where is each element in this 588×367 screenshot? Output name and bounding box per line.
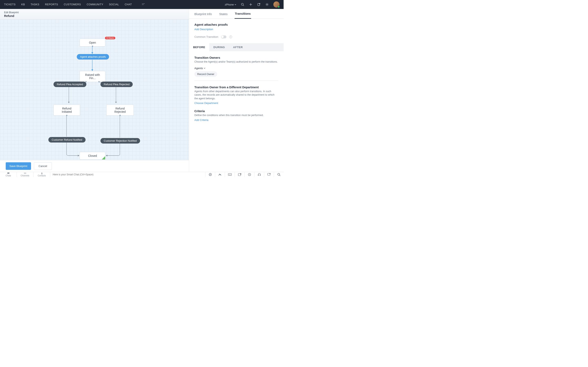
common-transition-label: Common Transition (194, 35, 218, 38)
nav-reports[interactable]: REPORTS (45, 3, 58, 6)
right-panel: Blueprint Info States Transitions Agent … (189, 9, 284, 172)
panel-title: Agent attaches proofs (194, 23, 278, 26)
transition-plea-accepted-label: Refund Plea Accepted (57, 83, 83, 86)
left-pane: Edit Blueprint Refund 6 Hours (0, 9, 189, 172)
clock-icon[interactable] (244, 172, 254, 177)
subtab-during[interactable]: DURING (209, 43, 229, 51)
common-transition-toggle[interactable] (221, 35, 226, 38)
bottom-left: Chats Channels Contacts (0, 172, 50, 177)
search-icon[interactable] (241, 3, 244, 6)
transition-plea-rejected[interactable]: Refund Plea Rejected (100, 82, 133, 87)
bottom-bar: Chats Channels Contacts (0, 172, 284, 177)
chevron-down-icon (234, 4, 236, 5)
owner-chip[interactable]: Record Owner (194, 71, 217, 77)
chat-icon (7, 172, 9, 174)
panel-tabs: Blueprint Info States Transitions (189, 9, 284, 19)
choose-department-link[interactable]: Choose Department (194, 101, 218, 105)
nav-tickets[interactable]: TICKETS (4, 3, 16, 6)
status-icon[interactable] (205, 172, 215, 177)
app-switcher[interactable]: zPhone (225, 3, 236, 6)
bb-chats[interactable]: Chats (0, 172, 17, 177)
nav-customers[interactable]: CUSTOMERS (64, 3, 81, 6)
state-refund-initiated[interactable]: Refund Initiated (53, 105, 80, 116)
edit-header: Edit Blueprint Refund (0, 9, 189, 19)
nav-more-icon[interactable] (142, 3, 145, 6)
nav-social[interactable]: SOCIAL (109, 3, 119, 6)
svg-point-14 (25, 173, 26, 173)
keyboard-icon[interactable] (225, 172, 234, 177)
bb-contacts-label: Contacts (38, 175, 46, 177)
smart-chat-input[interactable] (50, 172, 205, 177)
cancel-button[interactable]: Cancel (34, 162, 52, 170)
section-owners: Transition Owners Choose the Agent(s) an… (194, 56, 278, 81)
dept-title: Transition Owner from a Different Depart… (194, 86, 278, 89)
gear-icon[interactable] (265, 3, 269, 6)
criteria-title: Criteria (194, 109, 278, 113)
tab-transitions[interactable]: Transitions (234, 12, 251, 19)
svg-rect-23 (238, 174, 241, 176)
bb-chats-label: Chats (6, 175, 11, 177)
bb-channels[interactable]: Channels (17, 172, 34, 177)
svg-line-3 (243, 5, 244, 6)
state-refund-rejected-label: Refund Rejected (114, 107, 126, 113)
bb-channels-label: Channels (21, 175, 29, 177)
state-refund-rejected[interactable]: Refund Rejected (106, 105, 134, 116)
state-open-label: Open (89, 41, 96, 44)
transition-rejection-notified[interactable]: Customer Rejection Notified (100, 138, 140, 143)
state-raised[interactable]: Raised with Fin... (80, 71, 105, 82)
state-raised-label: Raised with Fin... (85, 73, 100, 80)
app-label: zPhone (225, 3, 234, 6)
subtab-before[interactable]: BEFORE (189, 43, 209, 51)
notification-icon[interactable] (257, 3, 261, 6)
zia-icon[interactable] (215, 172, 225, 177)
divider (194, 81, 278, 81)
launch-icon[interactable] (264, 172, 274, 177)
owners-desc: Choose the Agent(s) and/or Team(s) autho… (194, 60, 278, 64)
common-transition-row: Common Transition i (194, 35, 278, 38)
main: Edit Blueprint Refund 6 Hours (0, 9, 284, 172)
owners-title: Transition Owners (194, 56, 278, 59)
transition-refund-notified[interactable]: Customer Refund Notified (48, 137, 86, 142)
tab-blueprint-info[interactable]: Blueprint Info (194, 12, 212, 18)
state-closed-label: Closed (88, 154, 97, 157)
svg-rect-17 (228, 174, 232, 175)
transition-agent-attaches-label: Agent attaches proofs (80, 55, 106, 58)
closed-corner-icon (102, 156, 105, 159)
info-icon[interactable]: i (229, 35, 232, 38)
svg-point-2 (241, 3, 243, 5)
nav-chat[interactable]: CHAT (125, 3, 132, 6)
transition-plea-accepted[interactable]: Refund Plea Accepted (53, 82, 86, 87)
nav-right: zPhone (225, 1, 279, 8)
transition-agent-attaches[interactable]: Agent attaches proofs (77, 54, 109, 59)
save-button[interactable]: Save Blueprint (6, 162, 31, 170)
nav-community[interactable]: COMMUNITY (86, 3, 103, 6)
canvas-footer: Save Blueprint Cancel (0, 160, 189, 172)
svg-point-29 (278, 173, 280, 175)
add-criteria-link[interactable]: Add Criteria (194, 118, 208, 122)
headset-icon[interactable] (254, 172, 264, 177)
nav-tasks[interactable]: TASKS (31, 3, 39, 6)
add-icon[interactable] (249, 3, 252, 6)
avatar[interactable] (273, 1, 279, 8)
blueprint-canvas[interactable]: 6 Hours Open Agent attaches proofs Raise… (0, 19, 189, 172)
contacts-icon (41, 172, 43, 174)
subtab-after[interactable]: AFTER (229, 43, 247, 51)
top-navbar: TICKETS KB TASKS REPORTS CUSTOMERS COMMU… (0, 0, 284, 9)
transition-refund-notified-label: Customer Refund Notified (52, 138, 82, 141)
svg-line-30 (279, 175, 280, 176)
agents-dropdown[interactable]: Agents (194, 67, 278, 70)
section-criteria: Criteria Define the conditions when this… (194, 109, 278, 122)
add-description-link[interactable]: Add Description (194, 28, 213, 31)
bb-contacts[interactable]: Contacts (34, 172, 50, 177)
calendar-icon[interactable] (234, 172, 244, 177)
nav-kb[interactable]: KB (21, 3, 25, 6)
state-closed[interactable]: Closed (80, 152, 105, 160)
dept-desc: Agents from other departments can also p… (194, 90, 278, 100)
nav-items: TICKETS KB TASKS REPORTS CUSTOMERS COMMU… (4, 3, 145, 6)
svg-point-8 (267, 4, 268, 5)
channels-icon (24, 172, 26, 174)
search-bottom-icon[interactable] (274, 172, 284, 177)
agents-dropdown-label: Agents (194, 67, 203, 70)
tab-states[interactable]: States (219, 12, 228, 18)
state-open[interactable]: Open (80, 39, 105, 47)
